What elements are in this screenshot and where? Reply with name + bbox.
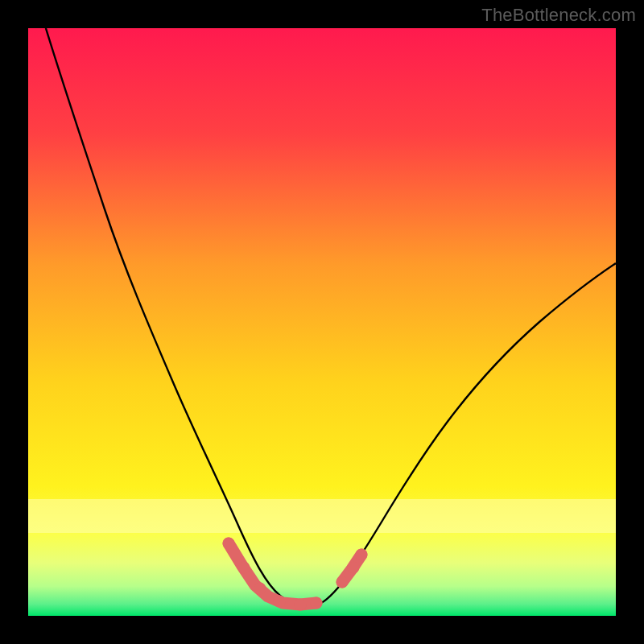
- chart-svg: [28, 28, 616, 616]
- near-zero-band: [28, 499, 616, 533]
- outer-frame: TheBottleneck.com: [0, 0, 644, 644]
- plot-area: [28, 28, 616, 616]
- watermark-text: TheBottleneck.com: [481, 5, 636, 26]
